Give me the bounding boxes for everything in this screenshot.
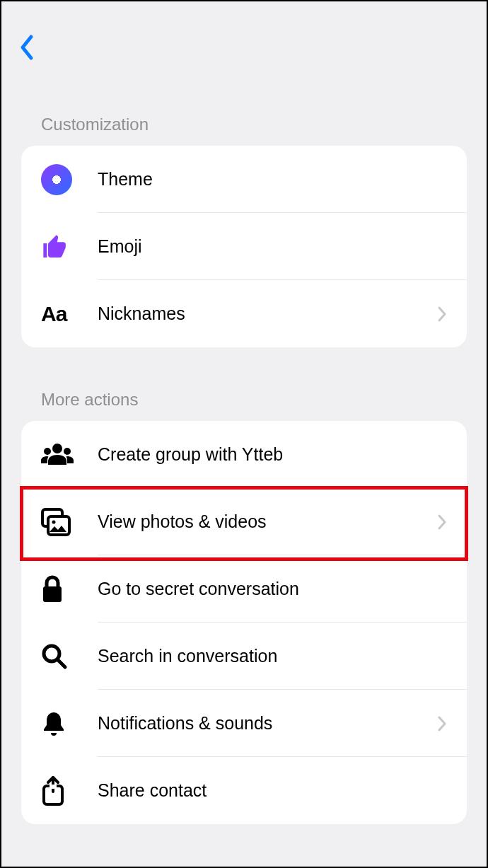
svg-rect-4: [48, 516, 69, 535]
row-notifications-sounds[interactable]: Notifications & sounds: [21, 690, 467, 757]
row-create-group[interactable]: Create group with Ytteb: [21, 421, 467, 488]
photos-icon: [41, 508, 71, 536]
row-secret-conversation[interactable]: Go to secret conversation: [21, 555, 467, 623]
more-actions-card: Create group with Ytteb View photos & vi…: [21, 421, 467, 824]
share-icon: [41, 776, 65, 806]
row-label: Nicknames: [98, 303, 437, 324]
row-emoji[interactable]: Emoji: [21, 213, 467, 280]
section-title-more-actions: More actions: [1, 390, 487, 421]
svg-rect-6: [43, 586, 62, 602]
row-label: Theme: [98, 169, 447, 190]
chevron-left-icon: [18, 34, 34, 61]
svg-point-0: [52, 444, 62, 453]
row-label: View photos & videos: [98, 511, 437, 532]
chevron-right-icon: [437, 514, 447, 531]
row-label: Search in conversation: [98, 646, 447, 666]
svg-line-8: [58, 660, 65, 667]
row-label: Emoji: [98, 236, 447, 257]
lock-icon: [41, 575, 64, 603]
svg-point-5: [52, 520, 56, 523]
section-title-customization: Customization: [1, 115, 487, 146]
row-label: Go to secret conversation: [98, 579, 447, 599]
theme-icon: [41, 164, 72, 195]
customization-card: Theme Emoji Aa Nicknames: [21, 146, 467, 347]
thumbs-up-icon: [41, 233, 69, 261]
row-nicknames[interactable]: Aa Nicknames: [21, 280, 467, 347]
header: [1, 23, 487, 72]
chevron-right-icon: [437, 715, 447, 732]
chat-settings-screen: Customization Theme Emoji Aa Nicknames: [1, 1, 487, 867]
svg-point-1: [44, 448, 51, 455]
chevron-right-icon: [437, 306, 447, 323]
row-label: Create group with Ytteb: [98, 444, 447, 465]
row-label: Notifications & sounds: [98, 713, 437, 734]
row-theme[interactable]: Theme: [21, 146, 467, 213]
group-icon: [41, 442, 74, 468]
row-search-conversation[interactable]: Search in conversation: [21, 623, 467, 690]
row-view-photos-videos[interactable]: View photos & videos: [21, 488, 467, 555]
bell-icon: [41, 710, 66, 738]
svg-point-2: [64, 448, 71, 455]
back-button[interactable]: [18, 32, 50, 63]
search-icon: [41, 643, 68, 670]
svg-rect-10: [50, 785, 57, 789]
row-label: Share contact: [98, 780, 447, 801]
row-share-contact[interactable]: Share contact: [21, 757, 467, 824]
text-aa-icon: Aa: [41, 302, 66, 326]
